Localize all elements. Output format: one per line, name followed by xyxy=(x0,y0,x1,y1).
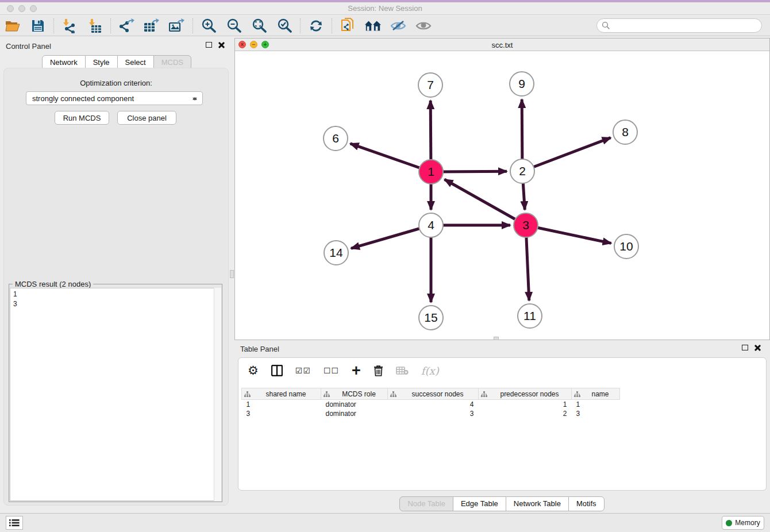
window-accent-strip xyxy=(0,0,770,2)
table-cell[interactable]: 1 xyxy=(479,400,572,409)
columns-icon[interactable] xyxy=(271,365,283,376)
app-title: Session: New Session xyxy=(0,4,770,13)
column-label: predecessor nodes xyxy=(500,390,559,398)
criterion-value: strongly connected component xyxy=(32,94,134,103)
toolbar-separator xyxy=(192,18,193,33)
hierarchy-icon xyxy=(481,391,487,398)
table-cell[interactable]: 4 xyxy=(388,400,479,409)
column-label: name xyxy=(591,390,609,398)
table-row[interactable]: 3dominator323 xyxy=(242,409,620,418)
mcds-result-group: MCDS result (2 nodes) 13 xyxy=(9,284,222,502)
home-icon[interactable] xyxy=(364,18,382,34)
hide-selected-icon[interactable] xyxy=(390,18,407,34)
graph-node-11[interactable]: 11 xyxy=(517,303,542,329)
table-cell[interactable]: 2 xyxy=(479,409,572,418)
close-panel-icon[interactable] xyxy=(218,41,225,48)
panel-splitter[interactable] xyxy=(230,36,234,513)
tab-motifs[interactable]: Motifs xyxy=(568,496,605,511)
delete-table-icon xyxy=(396,366,409,375)
column-label: shared name xyxy=(265,390,306,398)
graph-node-4[interactable]: 4 xyxy=(418,213,444,238)
splitter-grip[interactable] xyxy=(230,270,234,278)
deselect-all-icon[interactable]: ☐☐ xyxy=(324,366,339,375)
graph-node-15[interactable]: 15 xyxy=(418,305,444,330)
column-header-predecessor-nodes[interactable]: predecessor nodes xyxy=(479,388,572,400)
toolbar-separator xyxy=(110,18,111,33)
criterion-select[interactable]: strongly connected component xyxy=(26,91,203,105)
gear-icon[interactable]: ⚙ xyxy=(248,364,259,377)
float-panel-icon[interactable] xyxy=(206,42,212,48)
zoom-out-icon[interactable] xyxy=(225,18,242,34)
column-header-name[interactable]: name xyxy=(572,388,620,400)
list-icon xyxy=(9,519,20,527)
mcds-result-text[interactable]: 13 xyxy=(10,288,221,501)
zoom-in-icon[interactable] xyxy=(200,18,217,34)
tab-node-table[interactable]: Node Table xyxy=(399,496,453,511)
network-canvas[interactable]: 7968124314101511 xyxy=(235,52,769,340)
export-network-icon[interactable] xyxy=(118,18,135,34)
table-row[interactable]: 1dominator411 xyxy=(242,400,620,409)
table-cell[interactable]: 1 xyxy=(572,400,620,409)
graph-node-8[interactable]: 8 xyxy=(613,119,638,145)
hierarchy-icon xyxy=(324,391,330,398)
column-header-shared-name[interactable]: shared name xyxy=(242,388,321,400)
result-scrollbar[interactable] xyxy=(214,288,221,501)
tab-edge-table[interactable]: Edge Table xyxy=(453,496,506,511)
graph-node-6[interactable]: 6 xyxy=(323,126,348,151)
save-icon[interactable] xyxy=(29,18,47,34)
network-window-titlebar[interactable]: × − + scc.txt xyxy=(235,38,769,51)
add-icon[interactable]: + xyxy=(352,362,361,380)
optimization-criterion-label: Optimization criterion: xyxy=(4,79,228,87)
graph-node-10[interactable]: 10 xyxy=(614,234,639,259)
edge-3-10[interactable] xyxy=(526,225,611,243)
hierarchy-icon xyxy=(574,391,580,398)
search-icon xyxy=(602,21,610,30)
graph-node-7[interactable]: 7 xyxy=(418,72,443,98)
graph-node-9[interactable]: 9 xyxy=(509,71,534,97)
column-label: MCDS role xyxy=(342,390,376,398)
memory-label: Memory xyxy=(735,519,760,527)
network-title: scc.txt xyxy=(235,41,769,49)
close-panel-button[interactable]: Close panel xyxy=(117,111,176,125)
column-header-MCDS-role[interactable]: MCDS role xyxy=(321,388,388,400)
table-cell[interactable]: 3 xyxy=(572,409,620,418)
first-neighbors-icon[interactable] xyxy=(339,18,356,34)
edge-3-1[interactable] xyxy=(445,179,526,225)
table-cell[interactable]: dominator xyxy=(321,409,388,418)
show-all-icon[interactable] xyxy=(415,18,432,34)
graph-node-1[interactable]: 1 xyxy=(418,159,444,184)
network-view-window: × − + scc.txt 7968124314101511 xyxy=(234,38,770,340)
export-table-icon[interactable] xyxy=(143,18,160,34)
table-toolbar: ⚙ ☑☑ ☐☐ + f(x) xyxy=(238,358,766,383)
search-input[interactable] xyxy=(596,18,762,33)
main-toolbar xyxy=(0,16,770,36)
import-network-icon[interactable] xyxy=(61,18,78,34)
column-header-successor-nodes[interactable]: successor nodes xyxy=(388,388,479,400)
table-cell[interactable]: dominator xyxy=(321,400,388,409)
tab-network-table[interactable]: Network Table xyxy=(506,496,569,511)
memory-button[interactable]: Memory xyxy=(722,516,764,530)
mcds-result-line: 3 xyxy=(13,299,221,309)
float-panel-icon[interactable] xyxy=(742,345,748,350)
graph-node-3[interactable]: 3 xyxy=(513,213,538,238)
zoom-selected-icon[interactable] xyxy=(276,18,293,34)
select-all-icon[interactable]: ☑☑ xyxy=(295,366,311,375)
run-mcds-button[interactable]: Run MCDS xyxy=(55,111,109,125)
close-panel-icon[interactable] xyxy=(754,344,761,351)
trash-icon[interactable] xyxy=(374,365,383,376)
open-folder-icon[interactable] xyxy=(4,18,21,34)
import-table-icon[interactable] xyxy=(86,18,103,34)
toolbar-separator xyxy=(332,18,332,33)
table-cell[interactable]: 3 xyxy=(388,409,479,418)
export-image-icon[interactable] xyxy=(168,18,186,34)
task-list-button[interactable] xyxy=(6,516,23,530)
node-table[interactable]: shared nameMCDS rolesuccessor nodesprede… xyxy=(241,388,620,418)
zoom-fit-icon[interactable] xyxy=(251,18,268,34)
graph-node-14[interactable]: 14 xyxy=(324,240,349,265)
table-cell[interactable]: 3 xyxy=(242,409,321,418)
graph-node-2[interactable]: 2 xyxy=(510,159,535,184)
edge-2-8[interactable] xyxy=(522,138,611,171)
edge-layer xyxy=(235,52,769,340)
refresh-icon[interactable] xyxy=(307,18,325,34)
table-cell[interactable]: 1 xyxy=(242,400,321,409)
